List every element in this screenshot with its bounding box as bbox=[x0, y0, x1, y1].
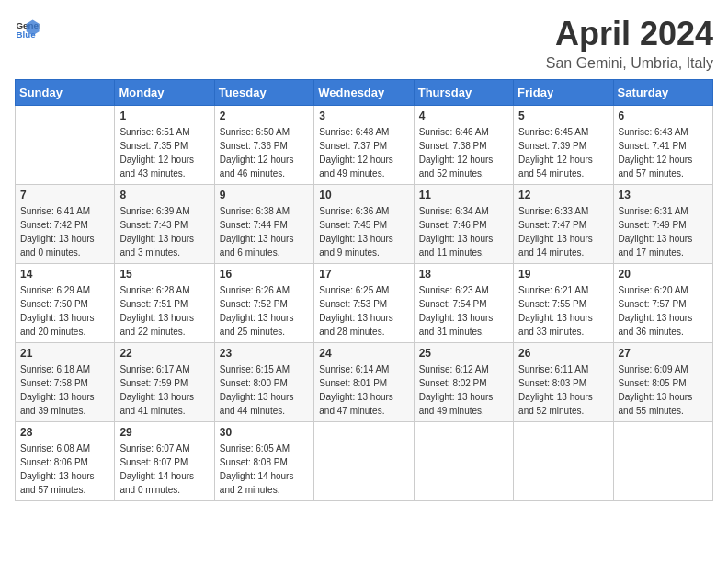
day-number: 16 bbox=[220, 268, 309, 281]
calendar-cell: 1Sunrise: 6:51 AM Sunset: 7:35 PM Daylig… bbox=[115, 106, 214, 185]
day-number: 25 bbox=[419, 347, 508, 360]
calendar-cell: 15Sunrise: 6:28 AM Sunset: 7:51 PM Dayli… bbox=[115, 264, 214, 343]
day-info: Sunrise: 6:14 AM Sunset: 8:01 PM Dayligh… bbox=[319, 362, 408, 418]
day-info: Sunrise: 6:31 AM Sunset: 7:49 PM Dayligh… bbox=[619, 204, 708, 259]
day-number: 7 bbox=[20, 189, 109, 201]
day-number: 13 bbox=[619, 189, 708, 201]
calendar-cell bbox=[314, 422, 414, 501]
day-info: Sunrise: 6:28 AM Sunset: 7:51 PM Dayligh… bbox=[119, 283, 209, 339]
day-number: 15 bbox=[119, 268, 209, 281]
month-title: April 2024 bbox=[546, 15, 713, 53]
day-info: Sunrise: 6:15 AM Sunset: 8:00 PM Dayligh… bbox=[220, 362, 309, 418]
calendar-cell: 8Sunrise: 6:39 AM Sunset: 7:43 PM Daylig… bbox=[115, 185, 214, 264]
day-of-week-header: Tuesday bbox=[214, 80, 313, 106]
day-of-week-header: Monday bbox=[115, 80, 214, 106]
calendar-cell: 10Sunrise: 6:36 AM Sunset: 7:45 PM Dayli… bbox=[314, 185, 414, 264]
logo-icon: General Blue bbox=[15, 15, 40, 40]
day-number: 12 bbox=[518, 189, 608, 201]
day-number: 14 bbox=[20, 268, 109, 281]
day-number: 27 bbox=[619, 347, 708, 360]
calendar-cell: 11Sunrise: 6:34 AM Sunset: 7:46 PM Dayli… bbox=[414, 185, 513, 264]
calendar-week-row: 21Sunrise: 6:18 AM Sunset: 7:58 PM Dayli… bbox=[16, 343, 713, 422]
calendar-cell: 24Sunrise: 6:14 AM Sunset: 8:01 PM Dayli… bbox=[314, 343, 414, 422]
day-number: 30 bbox=[220, 426, 309, 439]
calendar-cell: 13Sunrise: 6:31 AM Sunset: 7:49 PM Dayli… bbox=[613, 185, 712, 264]
day-info: Sunrise: 6:33 AM Sunset: 7:47 PM Dayligh… bbox=[518, 204, 608, 259]
day-info: Sunrise: 6:39 AM Sunset: 7:43 PM Dayligh… bbox=[119, 204, 209, 259]
calendar-cell: 22Sunrise: 6:17 AM Sunset: 7:59 PM Dayli… bbox=[115, 343, 214, 422]
day-info: Sunrise: 6:26 AM Sunset: 7:52 PM Dayligh… bbox=[220, 283, 309, 339]
day-of-week-header: Thursday bbox=[414, 80, 513, 106]
day-info: Sunrise: 6:25 AM Sunset: 7:53 PM Dayligh… bbox=[319, 283, 408, 339]
day-number: 10 bbox=[319, 189, 408, 201]
day-number: 1 bbox=[119, 109, 209, 122]
calendar-cell: 12Sunrise: 6:33 AM Sunset: 7:47 PM Dayli… bbox=[514, 185, 613, 264]
calendar-cell bbox=[613, 422, 712, 501]
logo: General Blue bbox=[15, 15, 44, 40]
day-info: Sunrise: 6:20 AM Sunset: 7:57 PM Dayligh… bbox=[619, 283, 708, 339]
day-info: Sunrise: 6:18 AM Sunset: 7:58 PM Dayligh… bbox=[20, 362, 109, 418]
title-area: April 2024 San Gemini, Umbria, Italy bbox=[546, 15, 713, 72]
calendar-cell: 9Sunrise: 6:38 AM Sunset: 7:44 PM Daylig… bbox=[214, 185, 313, 264]
calendar-week-row: 7Sunrise: 6:41 AM Sunset: 7:42 PM Daylig… bbox=[16, 185, 713, 264]
calendar-cell bbox=[414, 422, 513, 501]
calendar-cell: 6Sunrise: 6:43 AM Sunset: 7:41 PM Daylig… bbox=[613, 106, 712, 185]
day-info: Sunrise: 6:46 AM Sunset: 7:38 PM Dayligh… bbox=[419, 125, 508, 180]
calendar-cell: 20Sunrise: 6:20 AM Sunset: 7:57 PM Dayli… bbox=[613, 264, 712, 343]
day-number: 5 bbox=[518, 109, 608, 122]
day-info: Sunrise: 6:51 AM Sunset: 7:35 PM Dayligh… bbox=[119, 125, 209, 180]
day-of-week-header: Saturday bbox=[613, 80, 712, 106]
day-info: Sunrise: 6:50 AM Sunset: 7:36 PM Dayligh… bbox=[220, 125, 309, 180]
day-info: Sunrise: 6:34 AM Sunset: 7:46 PM Dayligh… bbox=[419, 204, 508, 259]
calendar-cell: 17Sunrise: 6:25 AM Sunset: 7:53 PM Dayli… bbox=[314, 264, 414, 343]
calendar-cell: 25Sunrise: 6:12 AM Sunset: 8:02 PM Dayli… bbox=[414, 343, 513, 422]
day-info: Sunrise: 6:08 AM Sunset: 8:06 PM Dayligh… bbox=[20, 442, 109, 497]
day-number: 2 bbox=[220, 109, 309, 122]
day-info: Sunrise: 6:17 AM Sunset: 7:59 PM Dayligh… bbox=[119, 362, 209, 418]
day-info: Sunrise: 6:43 AM Sunset: 7:41 PM Dayligh… bbox=[619, 125, 708, 180]
day-info: Sunrise: 6:21 AM Sunset: 7:55 PM Dayligh… bbox=[518, 283, 608, 339]
day-number: 9 bbox=[220, 189, 309, 201]
calendar-cell: 30Sunrise: 6:05 AM Sunset: 8:08 PM Dayli… bbox=[214, 422, 313, 501]
day-of-week-header: Wednesday bbox=[314, 80, 414, 106]
calendar-cell: 29Sunrise: 6:07 AM Sunset: 8:07 PM Dayli… bbox=[115, 422, 214, 501]
calendar-cell bbox=[514, 422, 613, 501]
day-number: 18 bbox=[419, 268, 508, 281]
day-number: 29 bbox=[119, 426, 209, 439]
day-number: 22 bbox=[119, 347, 209, 360]
day-info: Sunrise: 6:09 AM Sunset: 8:05 PM Dayligh… bbox=[619, 362, 708, 418]
day-info: Sunrise: 6:12 AM Sunset: 8:02 PM Dayligh… bbox=[419, 362, 508, 418]
day-of-week-header: Friday bbox=[514, 80, 613, 106]
calendar-header-row: SundayMondayTuesdayWednesdayThursdayFrid… bbox=[16, 80, 713, 106]
calendar-cell: 27Sunrise: 6:09 AM Sunset: 8:05 PM Dayli… bbox=[613, 343, 712, 422]
day-info: Sunrise: 6:48 AM Sunset: 7:37 PM Dayligh… bbox=[319, 125, 408, 180]
calendar-week-row: 28Sunrise: 6:08 AM Sunset: 8:06 PM Dayli… bbox=[16, 422, 713, 501]
location-title: San Gemini, Umbria, Italy bbox=[546, 55, 713, 72]
day-number: 8 bbox=[119, 189, 209, 201]
calendar-week-row: 14Sunrise: 6:29 AM Sunset: 7:50 PM Dayli… bbox=[16, 264, 713, 343]
calendar-cell: 18Sunrise: 6:23 AM Sunset: 7:54 PM Dayli… bbox=[414, 264, 513, 343]
day-info: Sunrise: 6:05 AM Sunset: 8:08 PM Dayligh… bbox=[220, 442, 309, 497]
day-number: 4 bbox=[419, 109, 508, 122]
calendar-week-row: 1Sunrise: 6:51 AM Sunset: 7:35 PM Daylig… bbox=[16, 106, 713, 185]
day-number: 6 bbox=[619, 109, 708, 122]
page-header: General Blue April 2024 San Gemini, Umbr… bbox=[15, 15, 713, 72]
calendar-cell: 2Sunrise: 6:50 AM Sunset: 7:36 PM Daylig… bbox=[214, 106, 313, 185]
calendar-cell: 3Sunrise: 6:48 AM Sunset: 7:37 PM Daylig… bbox=[314, 106, 414, 185]
calendar-cell: 4Sunrise: 6:46 AM Sunset: 7:38 PM Daylig… bbox=[414, 106, 513, 185]
day-info: Sunrise: 6:38 AM Sunset: 7:44 PM Dayligh… bbox=[220, 204, 309, 259]
calendar-cell bbox=[16, 106, 115, 185]
calendar-cell: 19Sunrise: 6:21 AM Sunset: 7:55 PM Dayli… bbox=[514, 264, 613, 343]
calendar-cell: 21Sunrise: 6:18 AM Sunset: 7:58 PM Dayli… bbox=[16, 343, 115, 422]
day-info: Sunrise: 6:45 AM Sunset: 7:39 PM Dayligh… bbox=[518, 125, 608, 180]
day-of-week-header: Sunday bbox=[16, 80, 115, 106]
day-number: 24 bbox=[319, 347, 408, 360]
day-number: 21 bbox=[20, 347, 109, 360]
calendar-cell: 7Sunrise: 6:41 AM Sunset: 7:42 PM Daylig… bbox=[16, 185, 115, 264]
day-info: Sunrise: 6:11 AM Sunset: 8:03 PM Dayligh… bbox=[518, 362, 608, 418]
day-number: 17 bbox=[319, 268, 408, 281]
day-number: 19 bbox=[518, 268, 608, 281]
day-info: Sunrise: 6:41 AM Sunset: 7:42 PM Dayligh… bbox=[20, 204, 109, 259]
day-number: 23 bbox=[220, 347, 309, 360]
day-number: 20 bbox=[619, 268, 708, 281]
